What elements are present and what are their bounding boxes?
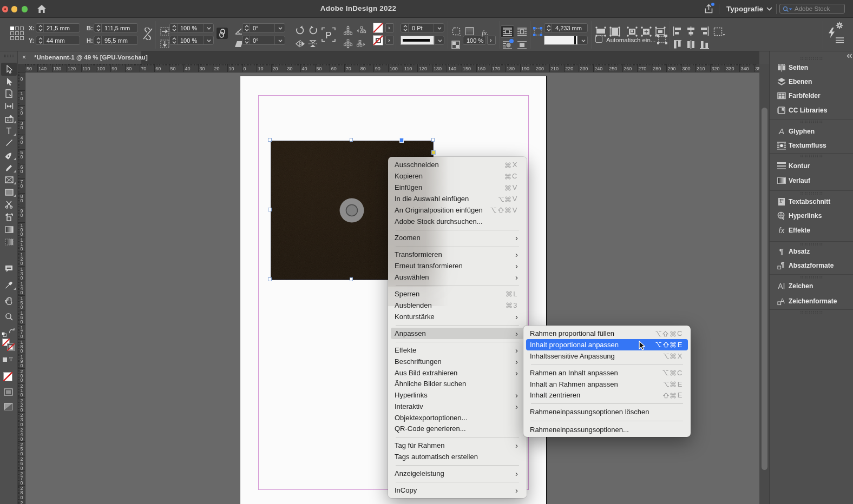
svg-text:A: A bbox=[778, 127, 784, 136]
svg-text:¶: ¶ bbox=[781, 261, 785, 269]
svg-text:¶: ¶ bbox=[779, 247, 784, 256]
svg-text:A: A bbox=[778, 282, 783, 290]
svg-text:T: T bbox=[6, 127, 12, 135]
svg-text:P: P bbox=[325, 30, 331, 41]
svg-text:fx: fx bbox=[779, 226, 785, 235]
